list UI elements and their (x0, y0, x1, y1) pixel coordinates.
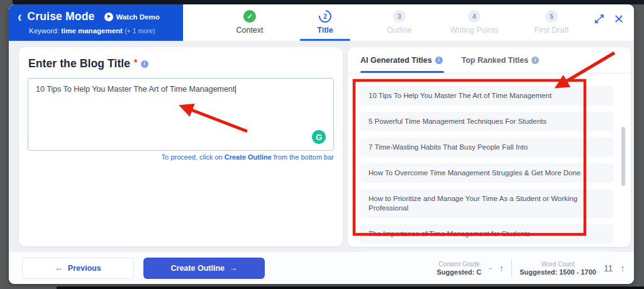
step-first-draft[interactable]: 5 First Draft (514, 10, 589, 35)
blog-title-panel: Enter the Blog Title * i 10 Tips To Help… (19, 47, 343, 246)
grammarly-icon[interactable]: G (312, 130, 326, 144)
step-number-circle: 4 (468, 10, 480, 23)
step-context[interactable]: ✓ Context (212, 10, 287, 35)
previous-button[interactable]: ← Previous (22, 258, 134, 279)
watch-demo-label: Watch Demo (116, 13, 160, 21)
ai-generated-titles-list: 10 Tips To Help You Master The Art of Ti… (360, 86, 614, 258)
title-suggestion[interactable]: 5 Powerful Time Management Techniques Fo… (360, 112, 614, 131)
step-number-circle: 2 (316, 8, 334, 25)
active-step-underline (300, 39, 350, 41)
watch-demo-button[interactable]: Watch Demo (104, 13, 160, 21)
proceed-hint: To proceed, click on Create Outline from… (28, 153, 334, 161)
close-icon[interactable] (614, 14, 624, 24)
blog-title-text: 10 Tips To Help You Master The Art of Ti… (36, 85, 235, 94)
blog-title-heading: Enter the Blog Title (28, 57, 130, 70)
page-title: Cruise Mode (27, 10, 94, 23)
step-label: Writing Points (436, 26, 512, 35)
title-suggestion[interactable]: 7 Time-Wasting Habits That Busy People F… (360, 138, 614, 157)
keyword-label: Keyword: (29, 27, 59, 35)
check-icon: ✓ (243, 10, 256, 23)
word-count-current: 11 (604, 263, 613, 273)
play-icon (104, 13, 113, 21)
required-asterisk: * (134, 57, 137, 67)
step-writing-points[interactable]: 4 Writing Points (436, 10, 512, 35)
content-grade-metric: Content Grade Suggested: C (437, 260, 482, 276)
modal-header: ‹ Cruise Mode Watch Demo Keyword: time m… (9, 4, 634, 41)
keyword-summary: Keyword: time management (+ 1 more) (18, 27, 175, 35)
tab-top-ranked-titles[interactable]: Top Ranked Titles i (462, 47, 540, 73)
title-suggestion[interactable]: The Importance of Time Management for St… (360, 224, 614, 244)
step-outline[interactable]: 3 Outline (362, 10, 437, 35)
info-icon[interactable]: i (141, 60, 148, 68)
back-icon[interactable]: ‹ (18, 10, 21, 23)
up-arrow-icon: ↑ (499, 263, 504, 273)
create-outline-button[interactable]: Create Outline → (143, 258, 265, 279)
keyword-more: (+ 1 more) (125, 27, 155, 35)
step-label: First Draft (514, 26, 589, 35)
footer-divider (511, 259, 512, 278)
step-label: Context (212, 26, 287, 35)
expand-icon[interactable] (594, 13, 605, 25)
arrow-left-icon: ← (55, 264, 63, 273)
word-count-metric: Word Count Suggested: 1500 - 1700 (519, 260, 596, 276)
keyword-value: time management (61, 27, 123, 35)
content-grade-current: - (489, 263, 491, 273)
cruise-mode-modal: ‹ Cruise Mode Watch Demo Keyword: time m… (9, 4, 634, 284)
desktop-bottom-strip (57, 286, 644, 289)
scrollbar[interactable] (621, 127, 625, 186)
titles-tabs: AI Generated Titles i Top Ranked Titles … (348, 47, 631, 74)
step-label: Outline (362, 26, 437, 35)
step-number-circle: 5 (545, 10, 558, 23)
info-icon[interactable]: i (531, 57, 539, 64)
titles-panel: AI Generated Titles i Top Ranked Titles … (348, 47, 631, 247)
title-suggestion[interactable]: How To Overcome Time Management Struggle… (360, 163, 614, 183)
tab-ai-generated-titles[interactable]: AI Generated Titles i (360, 47, 443, 73)
title-suggestion[interactable]: 10 Tips To Help You Master The Art of Ti… (360, 86, 614, 106)
arrow-right-icon: → (230, 264, 238, 273)
step-label: Title (287, 26, 363, 35)
text-caret (235, 85, 236, 94)
step-title[interactable]: 2 Title (287, 10, 363, 35)
step-number-circle: 3 (393, 10, 406, 23)
desktop-top-strip (13, 0, 644, 4)
bottom-bar: ← Previous Create Outline → Content Grad… (9, 251, 634, 284)
cruise-mode-banner: ‹ Cruise Mode Watch Demo Keyword: time m… (9, 4, 183, 41)
title-suggestion[interactable]: How to Prioritize and Manage Your Time A… (360, 189, 614, 218)
blog-title-input[interactable]: 10 Tips To Help You Master The Art of Ti… (28, 78, 334, 151)
info-icon[interactable]: i (435, 57, 443, 64)
up-arrow-icon: ↑ (621, 263, 626, 273)
